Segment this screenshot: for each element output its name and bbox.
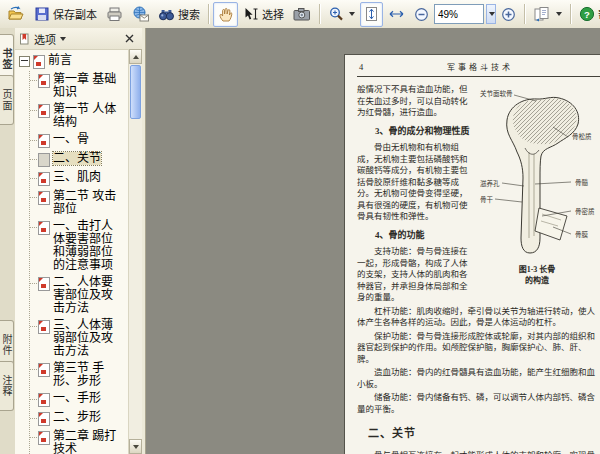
figure-label-diaphysis: 骨干 [480,196,493,203]
navigation-tab-strip: 书签 页面 附件 注释 [0,28,16,454]
select-tool-icon [243,6,259,22]
bookmark-item[interactable]: 前言 [19,52,129,71]
save-copy-button[interactable]: 保存副本 [30,2,101,27]
pdf-bookmark-icon [33,55,45,69]
bookmarks-panel-header: 选项 [15,28,142,50]
bookmark-item[interactable]: 一、骨 [30,131,129,150]
fit-page-button[interactable] [360,2,383,27]
pdf-bookmark-icon [38,412,50,426]
bookmark-item[interactable]: 第二节 攻击部位 [30,188,129,218]
dropdown-arrow-icon [349,12,355,16]
fit-width-icon [388,6,405,22]
zoom-level-input[interactable] [434,4,484,24]
pdf-bookmark-icon [38,153,50,167]
zoom-in-icon [501,7,516,22]
bookmark-icon [19,33,30,45]
figure-caption: 图1-3 长骨 的构造 [479,264,595,286]
pdf-page: 4 军事格斗技术 [345,55,600,454]
search-label: 搜索 [178,6,200,22]
dropdown-arrow-icon [60,37,66,41]
hand-tool-icon [217,6,234,23]
dropdown-arrow-icon [556,12,562,16]
bookmark-item[interactable]: 一、击打人体要害部位和薄弱部位的注意事项 [30,218,129,274]
pdf-bookmark-icon [38,363,50,377]
pdf-bookmark-icon [38,74,50,88]
snapshot-button[interactable] [289,2,315,27]
bookmark-tree: 前言 第一章 基础知识 第一节 人体结构 一、骨 二、关节 [15,49,129,454]
fit-width-button[interactable] [384,2,409,27]
pdf-bookmark-icon [38,172,50,186]
binoculars-icon [158,6,175,22]
figure-label-periosteum: 骨膜 [575,231,588,238]
pdf-bookmark-icon [38,221,50,235]
paragraph: 造血功能：骨内的红骨髓具有造血功能，能产生红细胞和血小板。 [357,367,600,390]
bookmark-item[interactable]: 二、步形 [30,409,129,428]
help-icon: ? [579,6,595,22]
arrow-up-icon [133,55,139,59]
bookmark-item[interactable]: 一、手形 [30,390,129,409]
figure-label-articular-cartilage: 关节面软骨 [480,90,513,97]
bookmark-item[interactable]: 二、人体要害部位及攻击方法 [30,274,129,317]
print-icon [106,6,123,22]
hand-tool-button[interactable] [213,2,238,27]
pdf-bookmark-icon [38,431,50,445]
pdf-bookmark-icon [38,191,50,205]
scrollbar-thumb[interactable] [130,65,141,119]
zoom-in-button[interactable] [497,2,520,27]
toolbar-separator [524,4,525,24]
paragraph: 骨与骨相互连接在一起才能形成人体的支架和轮廓，实现骨 [357,450,600,454]
zoom-out-button[interactable] [410,2,433,27]
paragraph: 杠杆功能：肌肉收缩时，牵引骨以关节为轴进行转动，使人体产生各种各样的运动。因此，… [357,306,600,329]
toolbar: 保存副本 搜索 [0,0,600,29]
zoom-level-dropdown[interactable] [486,4,496,24]
bookmark-item[interactable]: 第一节 人体结构 [30,101,129,131]
pdf-bookmark-icon [38,104,50,118]
arrow-down-icon [133,445,139,449]
dropdown-arrow-icon [489,12,495,16]
tab-comments[interactable]: 注释 [0,361,14,411]
pdf-bookmark-icon [38,393,50,407]
toolbar-separator [570,4,571,24]
options-button[interactable]: 选项 [34,31,66,47]
fit-page-icon [364,6,379,22]
figure-label-marrow: 骨髓 [575,179,588,186]
email-icon [132,6,149,22]
pdf-bookmark-icon [38,320,50,334]
page-layout-button[interactable] [529,2,566,27]
scroll-down-button[interactable] [129,439,142,454]
bookmark-item-selected[interactable]: 二、关节 [30,150,129,169]
print-button[interactable] [102,2,127,27]
page-layout-icon [533,6,551,22]
figure-long-bone: 关节面软骨 骨松质 滋养孔 骨干 骨髓 骨密质 骨膜 图1-3 长骨 的构造 [479,84,600,302]
svg-text:?: ? [584,9,590,20]
figure-label-compact-bone: 骨密质 [575,208,595,215]
zoom-tool-icon [328,6,344,22]
zoom-tool-button[interactable] [324,2,359,27]
document-pane[interactable]: 4 军事格斗技术 [146,28,600,454]
help-button[interactable]: ? 帮助 [575,2,600,27]
select-label: 选择 [262,6,284,22]
header-rule [357,76,600,77]
bookmark-item[interactable]: 第一章 基础知识 [30,71,129,101]
page-content: 4 军事格斗技术 [357,62,600,454]
close-panel-button[interactable] [121,30,138,47]
zoom-out-icon [414,7,429,22]
search-button[interactable]: 搜索 [154,2,204,27]
collapse-toggle-icon[interactable] [19,56,30,67]
section-heading-joints: 二、关节 [357,428,600,440]
bookmark-item[interactable]: 三、人体薄弱部位及攻击方法 [30,317,129,360]
sidebar-scrollbar[interactable] [128,49,142,454]
toolbar-separator [208,4,209,24]
paragraph: 储备功能：骨内储备有钙、磷，可以调节人体内部钙、磷含量的平衡。 [357,392,600,415]
tab-pages[interactable]: 页面 [0,75,14,125]
camera-icon [293,6,311,22]
running-title: 军事格斗技术 [357,62,600,74]
open-file-button[interactable] [3,2,29,27]
bookmark-item[interactable]: 第二章 踢打技术 [30,428,129,454]
bookmark-item[interactable]: 三、肌肉 [30,169,129,188]
select-tool-button[interactable]: 选择 [239,2,288,27]
email-button[interactable] [128,2,153,27]
bookmark-item[interactable]: 第三节 手形、步形 [30,360,129,390]
scroll-up-button[interactable] [129,49,142,64]
toolbar-separator [319,4,320,24]
